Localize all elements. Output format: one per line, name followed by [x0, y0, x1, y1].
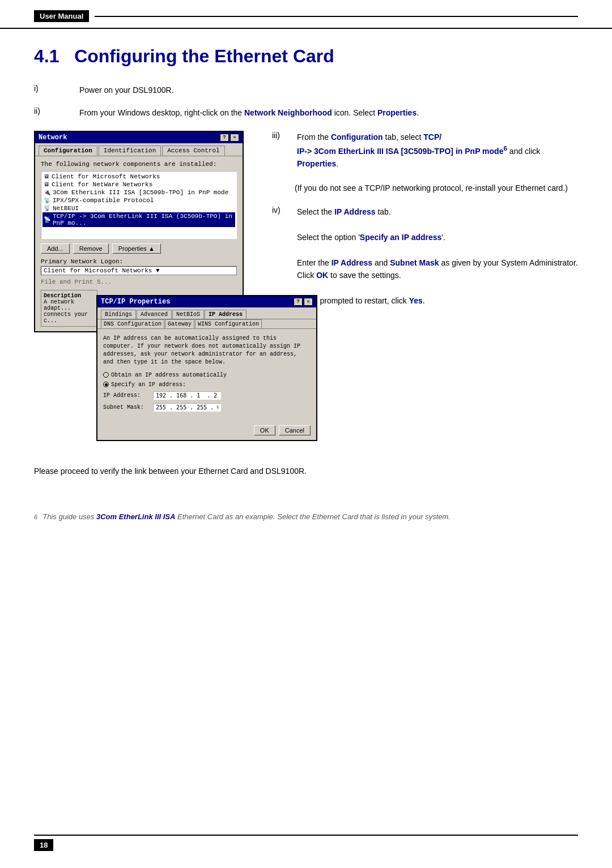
file-print-row: File and Print S...	[41, 279, 237, 285]
network-components-list[interactable]: 🖥 Client for Microsoft Networks 🖥 Client…	[41, 171, 237, 239]
tab-gateway[interactable]: Gateway	[165, 319, 194, 328]
tcpip-description: An IP address can be automatically assig…	[103, 335, 311, 366]
bottom-text: Please proceed to verify the link betwee…	[34, 465, 578, 477]
step-ii-bold1: Network Neighborhood	[244, 108, 332, 117]
close-button[interactable]: ✕	[230, 134, 239, 142]
tab-access-control[interactable]: Access Control	[162, 146, 224, 156]
tab-identification[interactable]: Identification	[99, 146, 161, 156]
tcpip-dialog-title: TCP/IP Properties	[101, 298, 170, 306]
ok-button[interactable]: OK	[254, 425, 275, 435]
footnote-text-mid: Ethernet Card as an example. Select the …	[175, 512, 450, 521]
step-iii-end: and click	[507, 147, 540, 156]
step-ii-text-before: From your Windows desktop, right-click o…	[79, 108, 244, 117]
list-item-3[interactable]: 🔌 3Com EtherLink III ISA [3C509b-TPO] in…	[42, 189, 235, 196]
tab-dns-config[interactable]: DNS Configuration	[101, 319, 164, 328]
step-ii: ii) From your Windows desktop, right-cli…	[34, 106, 578, 119]
tcpip-ok-cancel: OK Cancel	[97, 421, 316, 440]
description-text: A network adapt...connects your c...	[44, 299, 95, 324]
list-item-6[interactable]: 📡 TCP/IP -> 3Com EtherLink III ISA (3C50…	[42, 212, 235, 227]
subnet-input[interactable]	[153, 403, 221, 412]
list-item-2[interactable]: 🖥 Client for NetWare Networks	[42, 181, 235, 189]
footer: 18	[34, 835, 578, 851]
step-iv-bold6: Yes	[409, 296, 423, 305]
header-rule	[95, 16, 578, 17]
step-iv-bold4: Subnet Mask	[390, 258, 439, 267]
step-iii-note: (If you do not see a TCP/IP networking p…	[295, 182, 578, 194]
ip-address-input[interactable]	[153, 391, 221, 400]
add-button[interactable]: Add...	[41, 243, 70, 254]
step-ii-text: From your Windows desktop, right-click o…	[79, 106, 578, 119]
header: User Manual	[0, 0, 612, 29]
main-content: 4.1 Configuring the Ethernet Card i) Pow…	[0, 29, 612, 545]
network-dialog-desc: The following network components are ins…	[41, 161, 237, 168]
screenshot-area: Network ? ✕ Configuration Identification…	[34, 131, 578, 448]
tcpip-body: An IP address can be automatically assig…	[97, 329, 316, 421]
step-iv-bold2: Specify an IP address	[360, 233, 441, 242]
remove-button[interactable]: Remove	[73, 243, 109, 254]
tab-advanced[interactable]: Advanced	[137, 310, 172, 319]
dialogs-container: Network ? ✕ Configuration Identification…	[34, 131, 255, 448]
primary-logon-label: Primary Network Logon:	[41, 258, 237, 265]
radio-auto-label: Obtain an IP address automatically	[111, 372, 227, 378]
step-ii-text-mid: icon. Select	[332, 108, 377, 117]
radio-auto-circle	[103, 372, 109, 378]
step-iii-bold1: Configuration	[331, 132, 383, 142]
step-iii-label: iii)	[272, 131, 289, 170]
radio-specify[interactable]: Specify an IP address:	[103, 382, 311, 388]
tab-wins-config[interactable]: WINS Configuration	[195, 319, 262, 328]
step-ii-text-end: .	[416, 108, 419, 117]
step-iii-mid: tab, select	[383, 132, 424, 142]
network-dialog-titlebar: Network ? ✕	[35, 132, 243, 143]
description-label: Description	[44, 293, 95, 299]
step-ii-bold2: Properties	[377, 108, 416, 117]
step-iv: iv) Select the IP Address tab. Select th…	[272, 206, 578, 307]
tcpip-titlebar-buttons: ? ✕	[294, 298, 313, 306]
list-item-5[interactable]: 📡 NetBEUI	[42, 204, 235, 212]
network-dialog-buttons: Add... Remove Properties ▲	[41, 243, 237, 254]
step-iii-text: From the Configuration tab, select TCP/I…	[297, 131, 578, 170]
help-button[interactable]: ?	[220, 134, 229, 142]
step-iv-bold5: OK	[316, 271, 328, 280]
tcpip-titlebar: TCP/IP Properties ? ✕	[97, 296, 316, 307]
ip-address-row: IP Address:	[103, 391, 311, 400]
tab-bindings[interactable]: Bindings	[101, 310, 136, 319]
radio-specify-circle	[103, 382, 109, 387]
step-iv-bold1: IP Address	[334, 207, 375, 216]
header-label: User Manual	[34, 10, 89, 22]
footnote-bold: 3Com EtherLink III ISA	[96, 512, 175, 521]
radio-specify-label: Specify an IP address:	[111, 382, 186, 388]
tcpip-help-button[interactable]: ?	[294, 298, 303, 306]
step-i: i) Power on your DSL9100R.	[34, 84, 578, 96]
page-number: 18	[34, 839, 53, 851]
subnet-label: Subnet Mask:	[103, 404, 148, 411]
radio-auto[interactable]: Obtain an IP address automatically	[103, 372, 311, 378]
subnet-row: Subnet Mask:	[103, 403, 311, 412]
cancel-button[interactable]: Cancel	[279, 425, 311, 435]
step-i-label: i)	[34, 84, 79, 93]
tcpip-close-button[interactable]: ✕	[304, 298, 313, 306]
step-iii-bold3: Properties	[297, 159, 336, 168]
tab-configuration[interactable]: Configuration	[39, 146, 97, 156]
tab-netbios[interactable]: NetBIoS	[172, 310, 204, 319]
footnote-number: 6	[34, 514, 42, 520]
network-dialog-tabs: Configuration Identification Access Cont…	[35, 143, 243, 156]
step-i-text: Power on your DSL9100R.	[79, 84, 578, 96]
properties-button[interactable]: Properties ▲	[112, 243, 161, 254]
list-item-1[interactable]: 🖥 Client for Microsoft Networks	[42, 173, 235, 181]
network-dialog-body: The following network components are ins…	[35, 156, 243, 290]
tab-ip-address[interactable]: IP Address	[205, 310, 246, 319]
footnote-text-before: This guide uses	[42, 512, 96, 521]
step-iv-text: Select the IP Address tab. Select the op…	[297, 206, 578, 307]
logon-select[interactable]: Client for Microsoft Networks ▼	[41, 266, 237, 275]
footnote: 6 This guide uses 3Com EtherLink III ISA…	[34, 511, 578, 523]
titlebar-buttons: ? ✕	[220, 134, 239, 142]
step-iii-before: From the	[297, 132, 331, 142]
ip-address-label: IP Address:	[103, 392, 148, 399]
list-item-4[interactable]: 📡 IPX/SPX-compatible Protocol	[42, 196, 235, 204]
tcpip-dialog[interactable]: TCP/IP Properties ? ✕ Bindings Advanced …	[96, 295, 317, 441]
description-box: Description A network adapt...connects y…	[41, 290, 97, 327]
step-iv-bold3: IP Address	[332, 258, 372, 267]
step-iv-label: iv)	[272, 206, 289, 307]
step-iii: iii) From the Configuration tab, select …	[272, 131, 578, 170]
tcpip-tabs: Bindings Advanced NetBIoS IP Address	[97, 307, 316, 319]
